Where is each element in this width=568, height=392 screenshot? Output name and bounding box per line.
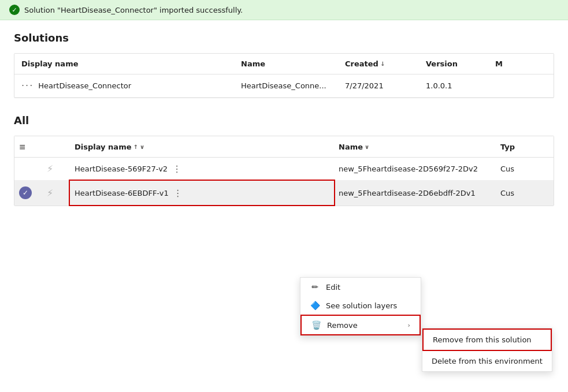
col-created[interactable]: Created ↓ [338, 54, 419, 74]
all-col-display-name[interactable]: Display name ↑ ∨ [70, 136, 334, 157]
remove-chevron-icon: › [408, 322, 410, 329]
edit-icon: ✏️ [310, 282, 320, 292]
menu-item-solution-layers[interactable]: 🔷 See solution layers [300, 296, 421, 315]
row2-context-menu-btn[interactable]: ⋮ [173, 188, 184, 199]
all-col-name[interactable]: Name ∨ [334, 136, 496, 157]
all-table: ≡ Display name ↑ ∨ Name ∨ Typ [14, 136, 554, 206]
success-icon [9, 5, 20, 15]
solutions-row-menu[interactable]: ··· [21, 80, 34, 91]
sub-menu-item-remove-solution[interactable]: Remove from this solution [422, 328, 552, 351]
context-menu: ✏️ Edit 🔷 See solution layers 🗑️ Remove … [300, 277, 421, 336]
display-name-sort-down: ∨ [140, 144, 144, 150]
col-name: Name [234, 54, 338, 74]
all-col-type: Typ [496, 136, 554, 157]
all-section: All ≡ Display name ↑ ∨ Name ∨ Typ [14, 114, 554, 206]
solutions-section: Solutions Display name Name Created ↓ Ve… [14, 32, 554, 98]
all-table-header: ≡ Display name ↑ ∨ Name ∨ Typ [14, 136, 554, 158]
success-message: Solution "HeartDisease_Connector" import… [24, 6, 243, 14]
created-sort-icon: ↓ [380, 61, 385, 67]
all-table-row-selected: ⚡ HeartDisease-6EBDFF-v1 ⋮ new_5Fheartdi… [14, 181, 554, 206]
sub-menu-item-delete-environment[interactable]: Delete from this environment [422, 351, 552, 371]
display-name-sort-up: ↑ [133, 144, 138, 150]
row1-check [14, 158, 42, 180]
menu-item-remove[interactable]: 🗑️ Remove › [300, 315, 421, 335]
connector-icon-1: ⚡ [47, 163, 53, 174]
solutions-display-name-cell: ··· HeartDisease_Connector [14, 74, 234, 97]
all-table-row: ⚡ HeartDisease-569F27-v2 ⋮ new_5Fheartdi… [14, 158, 554, 181]
connector-icon-2: ⚡ [47, 188, 53, 199]
trash-icon: 🗑️ [311, 320, 321, 330]
solutions-version-cell: 1.0.0.1 [419, 74, 488, 97]
success-banner: Solution "HeartDisease_Connector" import… [0, 0, 568, 20]
solutions-table: Display name Name Created ↓ Version M [14, 53, 554, 98]
row2-check-circle [19, 186, 32, 199]
name-sort-icon: ∨ [365, 144, 369, 150]
all-title: All [14, 114, 554, 126]
all-col-check: ≡ [14, 136, 42, 157]
col-version: Version [419, 54, 488, 74]
solutions-table-header: Display name Name Created ↓ Version M [14, 54, 554, 74]
all-col-icon [42, 136, 70, 157]
solutions-title: Solutions [14, 32, 554, 44]
solutions-extra-cell [488, 74, 523, 97]
solutions-table-row: ··· HeartDisease_Connector HeartDisease_… [14, 74, 554, 98]
filter-icon[interactable]: ≡ [19, 142, 26, 151]
row1-name: new_5Fheartdisease-2D569f27-2Dv2 [334, 158, 496, 180]
row2-display-name[interactable]: HeartDisease-6EBDFF-v1 ⋮ [70, 181, 334, 205]
row2-icon-cell: ⚡ [42, 181, 70, 205]
col-m: M [488, 54, 523, 74]
row2-name: new_5Fheartdisease-2D6ebdff-2Dv1 [334, 181, 496, 205]
solutions-created-cell: 7/27/2021 [338, 74, 419, 97]
layers-icon: 🔷 [310, 301, 320, 310]
sub-context-menu: Remove from this solution Delete from th… [422, 328, 552, 372]
row1-type: Cus [496, 158, 554, 180]
col-display-name: Display name [14, 54, 234, 74]
menu-item-edit[interactable]: ✏️ Edit [300, 278, 421, 296]
row1-display-name[interactable]: HeartDisease-569F27-v2 ⋮ [70, 158, 334, 180]
solutions-name-cell: HeartDisease_Conne... [234, 74, 338, 97]
row1-context-menu-btn[interactable]: ⋮ [172, 163, 183, 174]
row2-type: Cus [496, 181, 554, 205]
row2-check [14, 181, 42, 205]
main-content: Solutions Display name Name Created ↓ Ve… [0, 20, 568, 218]
row1-icon-cell: ⚡ [42, 158, 70, 180]
